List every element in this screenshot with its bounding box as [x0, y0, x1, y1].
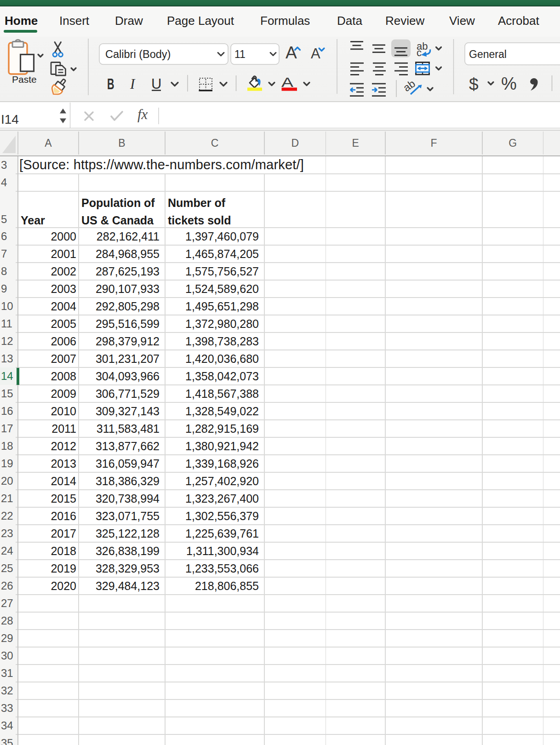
svg-text:I: I: [130, 76, 136, 92]
svg-text:11: 11: [234, 48, 246, 60]
svg-text:$: $: [469, 75, 479, 94]
svg-text:A: A: [281, 75, 294, 90]
svg-text:A: A: [286, 43, 297, 62]
svg-text:B: B: [107, 75, 114, 92]
svg-text:U: U: [151, 76, 161, 92]
svg-text:Calibri (Body): Calibri (Body): [105, 48, 171, 60]
svg-text:%: %: [501, 74, 517, 93]
svg-text:c: c: [417, 47, 422, 58]
svg-text:Paste: Paste: [12, 74, 37, 85]
svg-text:ab: ab: [401, 77, 417, 94]
svg-text:General: General: [469, 48, 507, 60]
